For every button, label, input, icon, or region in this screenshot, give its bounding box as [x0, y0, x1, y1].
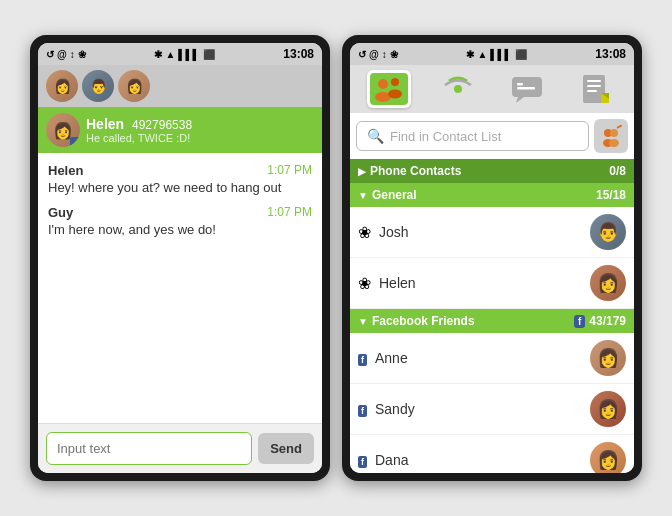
battery-icon: ⬛: [203, 49, 215, 60]
svg-point-19: [609, 139, 619, 147]
svg-point-3: [391, 78, 399, 86]
tab-calls[interactable]: [436, 70, 480, 108]
wifi-icon-r: ▲: [477, 49, 487, 60]
avatar-helen[interactable]: 👩: [46, 70, 78, 102]
svg-rect-8: [517, 83, 523, 86]
contact-row-sandy[interactable]: f Sandy 👩: [350, 384, 634, 435]
avatar-other[interactable]: 👩: [118, 70, 150, 102]
avatar-bar: 👩 👨 👩: [38, 65, 322, 107]
message-1-text: Hey! where you at? we need to hang out: [48, 180, 312, 195]
avatar-guy[interactable]: 👨: [82, 70, 114, 102]
group-header-facebook-left: ▼ Facebook Friends: [358, 314, 475, 328]
anne-icon: f: [358, 350, 367, 366]
message-1-sender: Helen: [48, 163, 83, 178]
message-1: Helen 1:07 PM Hey! where you at? we need…: [48, 163, 312, 195]
fb-group-name: Facebook Friends: [372, 314, 475, 328]
status-time-left: 13:08: [283, 47, 314, 61]
status-icons-left: ↺ @ ↕ ❀: [46, 49, 86, 60]
svg-rect-9: [517, 87, 535, 90]
message-1-time: 1:07 PM: [267, 163, 312, 178]
active-avatar: 👩 f: [46, 113, 80, 147]
contact-row-helen[interactable]: ❀ Helen 👩: [350, 258, 634, 309]
group-header-general-left: ▼ General: [358, 188, 417, 202]
anne-avatar: 👩: [590, 340, 626, 376]
active-contact-info: Helen 492796538 He called, TWICE :D!: [86, 116, 314, 144]
active-contact-name: Helen 492796538: [86, 116, 314, 132]
svg-point-1: [378, 79, 388, 89]
search-placeholder-text: Find in Contact List: [390, 129, 501, 144]
search-bar: 🔍 Find in Contact List: [356, 119, 628, 153]
battery-icon-r: ⬛: [515, 49, 527, 60]
svg-rect-12: [587, 85, 601, 87]
wifi-icon: ▲: [165, 49, 175, 60]
message-1-meta: Helen 1:07 PM: [48, 163, 312, 178]
helen-avatar: 👩: [590, 265, 626, 301]
sandy-avatar: 👩: [590, 391, 626, 427]
contacts-tab-bar: [350, 65, 634, 113]
message-2: Guy 1:07 PM I'm here now, and yes we do!: [48, 205, 312, 237]
group-header-facebook[interactable]: ▼ Facebook Friends f 43/179: [350, 309, 634, 333]
helen-icon: ❀: [358, 274, 371, 293]
flower-icon: ❀: [78, 49, 86, 60]
svg-point-17: [610, 129, 618, 137]
active-contact-bar: 👩 f Helen 492796538 He called, TWICE :D!: [38, 107, 322, 153]
general-group-name: General: [372, 188, 417, 202]
svg-point-5: [454, 85, 462, 93]
signal-icon: ▌▌▌: [178, 49, 199, 60]
chat-area: Helen 1:07 PM Hey! where you at? we need…: [38, 153, 322, 423]
usb-icon: ↕: [70, 49, 75, 60]
tab-messages[interactable]: [505, 70, 549, 108]
refresh-icon: ↺: [46, 49, 54, 60]
contacts-phone: ↺ @ ↕ ❀ ✱ ▲ ▌▌▌ ⬛ 13:08: [342, 35, 642, 481]
dana-name: Dana: [375, 452, 582, 468]
anne-name: Anne: [375, 350, 582, 366]
at-icon: @: [57, 49, 67, 60]
general-group-arrow: ▼: [358, 190, 368, 201]
active-contact-subtitle: He called, TWICE :D!: [86, 132, 314, 144]
tab-contacts[interactable]: [367, 70, 411, 108]
usb-icon-r: ↕: [382, 49, 387, 60]
contact-row-josh[interactable]: ❀ Josh 👨: [350, 207, 634, 258]
status-time-right: 13:08: [595, 47, 626, 61]
sandy-icon: f: [358, 400, 367, 418]
svg-rect-13: [587, 90, 597, 92]
contacts-list: ▶ Phone Contacts 0/8 ▼ General 15/18 ❀: [350, 159, 634, 473]
send-button[interactable]: Send: [258, 433, 314, 464]
bluetooth-icon-r: ✱: [466, 49, 474, 60]
signal-icon-r: ▌▌▌: [490, 49, 511, 60]
search-input-wrap[interactable]: 🔍 Find in Contact List: [356, 121, 589, 151]
search-action-button[interactable]: [594, 119, 628, 153]
josh-name: Josh: [379, 224, 582, 240]
svg-point-4: [388, 90, 402, 99]
phone-group-arrow: ▶: [358, 166, 366, 177]
dana-avatar: 👩: [590, 442, 626, 473]
phone-group-name: Phone Contacts: [370, 164, 461, 178]
svg-marker-7: [516, 97, 524, 103]
refresh-icon-r: ↺: [358, 49, 366, 60]
input-area: Send: [38, 423, 322, 473]
helen-name: Helen: [379, 275, 582, 291]
group-header-general[interactable]: ▼ General 15/18: [350, 183, 634, 207]
contact-row-dana[interactable]: f Dana 👩: [350, 435, 634, 473]
general-group-count: 15/18: [596, 188, 626, 202]
contact-row-anne[interactable]: f Anne 👩: [350, 333, 634, 384]
josh-avatar: 👨: [590, 214, 626, 250]
fb-group-count: 43/179: [589, 314, 626, 328]
sandy-name: Sandy: [375, 401, 582, 417]
message-2-text: I'm here now, and yes we do!: [48, 222, 312, 237]
fb-group-right: f 43/179: [574, 314, 626, 328]
network-icons-left: ✱ ▲ ▌▌▌ ⬛: [154, 49, 214, 60]
at-icon-r: @: [369, 49, 379, 60]
chat-phone: ↺ @ ↕ ❀ ✱ ▲ ▌▌▌ ⬛ 13:08 👩 👨 👩: [30, 35, 330, 481]
facebook-badge: f: [70, 137, 80, 147]
message-input[interactable]: [46, 432, 252, 465]
tab-settings[interactable]: [574, 70, 618, 108]
status-bar-right: ↺ @ ↕ ❀ ✱ ▲ ▌▌▌ ⬛ 13:08: [350, 43, 634, 65]
search-icon: 🔍: [367, 128, 384, 144]
group-header-phone-left: ▶ Phone Contacts: [358, 164, 461, 178]
message-2-time: 1:07 PM: [267, 205, 312, 220]
josh-icon: ❀: [358, 223, 371, 242]
group-header-phone[interactable]: ▶ Phone Contacts 0/8: [350, 159, 634, 183]
message-2-meta: Guy 1:07 PM: [48, 205, 312, 220]
fb-badge-group: f: [574, 315, 585, 328]
